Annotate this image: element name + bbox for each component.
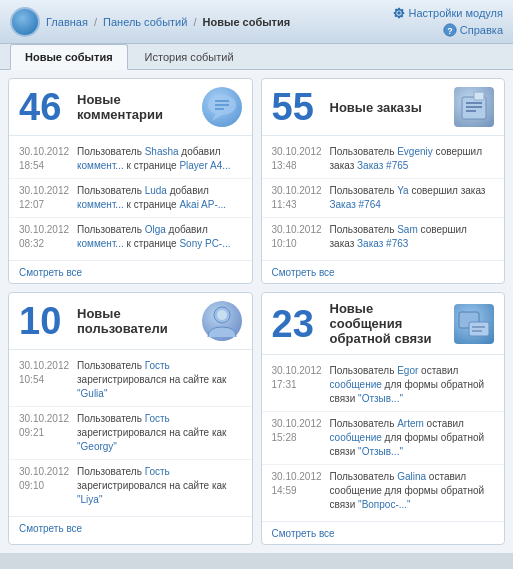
feedback-user-1[interactable]: Egor: [397, 365, 418, 376]
help-link[interactable]: ? Справка: [443, 23, 503, 37]
orders-items: 30.10.2012 13:48 Пользователь Evgeniy со…: [262, 136, 505, 260]
widgets-grid: 46 Новые комментарии 30.10.2012 18:54 По…: [8, 78, 505, 545]
comment-link-1[interactable]: коммент...: [77, 160, 124, 171]
orders-title: Новые заказы: [330, 100, 447, 115]
feedback-see-all[interactable]: Смотреть все: [272, 528, 335, 539]
order-link-3[interactable]: Заказ #763: [357, 238, 408, 249]
comments-title: Новые комментарии: [77, 92, 194, 122]
order-user-2[interactable]: Ya: [397, 185, 409, 196]
order-link-1[interactable]: Заказ #765: [357, 160, 408, 171]
orders-see-all[interactable]: Смотреть все: [272, 267, 335, 278]
user-date-2: 30.10.2012 09:21: [19, 412, 71, 440]
user-name-2[interactable]: "Georgy": [77, 441, 117, 452]
user-svg: [202, 301, 242, 341]
feedback-form-2[interactable]: "Отзыв...": [358, 446, 403, 457]
top-bar-left: Главная / Панель событий / Новые события: [10, 7, 290, 37]
user-date-1: 30.10.2012 10:54: [19, 359, 71, 387]
top-bar-right: Настройки модуля ? Справка: [392, 6, 503, 37]
comment-icon: [202, 87, 242, 127]
user-guest-3[interactable]: Гость: [145, 466, 170, 477]
help-label: Справка: [460, 24, 503, 36]
comment-date-1: 30.10.2012 18:54: [19, 145, 71, 173]
order-text-3: Пользователь Sam совершил заказ Заказ #7…: [330, 223, 495, 251]
feedback-link-1[interactable]: сообщение: [330, 379, 382, 390]
user-item-3: 30.10.2012 09:10 Пользователь Гость заре…: [9, 460, 252, 512]
user-name-1[interactable]: "Gulia": [77, 388, 107, 399]
order-user-3[interactable]: Sam: [397, 224, 418, 235]
order-text-1: Пользователь Evgeniy совершил заказ Зака…: [330, 145, 495, 173]
logo-icon: [10, 7, 40, 37]
comment-page-3[interactable]: Sony PC-...: [179, 238, 230, 249]
users-see-all[interactable]: Смотреть все: [19, 523, 82, 534]
feedback-date-2: 30.10.2012 15:28: [272, 417, 324, 445]
orders-footer: Смотреть все: [262, 260, 505, 283]
comments-items: 30.10.2012 18:54 Пользователь Shasha доб…: [9, 136, 252, 260]
comment-user-3[interactable]: Olga: [145, 224, 166, 235]
feedback-item-2: 30.10.2012 15:28 Пользователь Artem оста…: [262, 412, 505, 465]
comment-page-1[interactable]: Player A4...: [179, 160, 230, 171]
feedback-user-2[interactable]: Artem: [397, 418, 424, 429]
order-item-2: 30.10.2012 11:43 Пользователь Ya соверши…: [262, 179, 505, 218]
comment-link-2[interactable]: коммент...: [77, 199, 124, 210]
users-count: 10: [19, 302, 69, 340]
main-content: 46 Новые комментарии 30.10.2012 18:54 По…: [0, 70, 513, 553]
user-item-1: 30.10.2012 10:54 Пользователь Гость заре…: [9, 354, 252, 407]
feedback-title: Новые сообщения обратной связи: [330, 301, 447, 346]
users-title: Новые пользователи: [77, 306, 194, 336]
feedback-link-2[interactable]: сообщение: [330, 432, 382, 443]
feedback-items: 30.10.2012 17:31 Пользователь Egor остав…: [262, 355, 505, 521]
feedback-text-2: Пользователь Artem оставил сообщение для…: [330, 417, 495, 459]
comment-date-2: 30.10.2012 12:07: [19, 184, 71, 212]
feedback-svg: [454, 304, 494, 344]
help-icon: ?: [443, 23, 457, 37]
feedback-text-1: Пользователь Egor оставил сообщение для …: [330, 364, 495, 406]
tab-history[interactable]: История событий: [130, 44, 249, 69]
tab-new-events[interactable]: Новые события: [10, 44, 128, 70]
comment-text-3: Пользователь Olga добавил коммент... к с…: [77, 223, 242, 251]
order-link-2[interactable]: Заказ #764: [330, 199, 381, 210]
user-guest-1[interactable]: Гость: [145, 360, 170, 371]
feedback-form-1[interactable]: "Отзыв...": [358, 393, 403, 404]
feedback-text-3: Пользователь Galina оставил сообщение дл…: [330, 470, 495, 512]
breadcrumb: Главная / Панель событий / Новые события: [46, 16, 290, 28]
widget-orders-header: 55 Новые заказы: [262, 79, 505, 136]
comment-item-2: 30.10.2012 12:07 Пользователь Luda добав…: [9, 179, 252, 218]
user-date-3: 30.10.2012 09:10: [19, 465, 71, 493]
comment-svg: [202, 87, 242, 127]
feedback-form-3[interactable]: "Вопрос-...": [358, 499, 411, 510]
settings-link[interactable]: Настройки модуля: [392, 6, 503, 20]
feedback-user-3[interactable]: Galina: [397, 471, 426, 482]
tabs-bar: Новые события История событий: [0, 44, 513, 70]
feedback-date-3: 30.10.2012 14:59: [272, 470, 324, 498]
comment-item-3: 30.10.2012 08:32 Пользователь Olga добав…: [9, 218, 252, 256]
users-footer: Смотреть все: [9, 516, 252, 539]
top-bar: Главная / Панель событий / Новые события…: [0, 0, 513, 44]
comments-see-all[interactable]: Смотреть все: [19, 267, 82, 278]
users-items: 30.10.2012 10:54 Пользователь Гость заре…: [9, 350, 252, 516]
comment-link-3[interactable]: коммент...: [77, 238, 124, 249]
comment-user-2[interactable]: Luda: [145, 185, 167, 196]
widget-orders: 55 Новые заказы 30.10.2012 13:48 Пользов…: [261, 78, 506, 284]
user-icon: [202, 301, 242, 341]
user-name-3[interactable]: "Liya": [77, 494, 102, 505]
comment-page-2[interactable]: Akai AP-...: [179, 199, 226, 210]
svg-rect-11: [474, 92, 484, 100]
comments-count: 46: [19, 88, 69, 126]
user-guest-2[interactable]: Гость: [145, 413, 170, 424]
orders-count: 55: [272, 88, 322, 126]
breadcrumb-home[interactable]: Главная: [46, 16, 88, 28]
order-text-2: Пользователь Ya совершил заказ Заказ #76…: [330, 184, 495, 212]
feedback-count: 23: [272, 305, 322, 343]
svg-rect-15: [469, 322, 489, 336]
order-date-2: 30.10.2012 11:43: [272, 184, 324, 212]
feedback-footer: Смотреть все: [262, 521, 505, 544]
user-text-2: Пользователь Гость зарегистрировался на …: [77, 412, 242, 454]
comments-footer: Смотреть все: [9, 260, 252, 283]
user-item-2: 30.10.2012 09:21 Пользователь Гость заре…: [9, 407, 252, 460]
order-user-1[interactable]: Evgeniy: [397, 146, 433, 157]
widget-comments-header: 46 Новые комментарии: [9, 79, 252, 136]
breadcrumb-panel[interactable]: Панель событий: [103, 16, 187, 28]
widget-users: 10 Новые пользователи 30.10.2012 10:54 П…: [8, 292, 253, 545]
widget-feedback: 23 Новые сообщения обратной связи 30.10.…: [261, 292, 506, 545]
comment-user-1[interactable]: Shasha: [145, 146, 179, 157]
